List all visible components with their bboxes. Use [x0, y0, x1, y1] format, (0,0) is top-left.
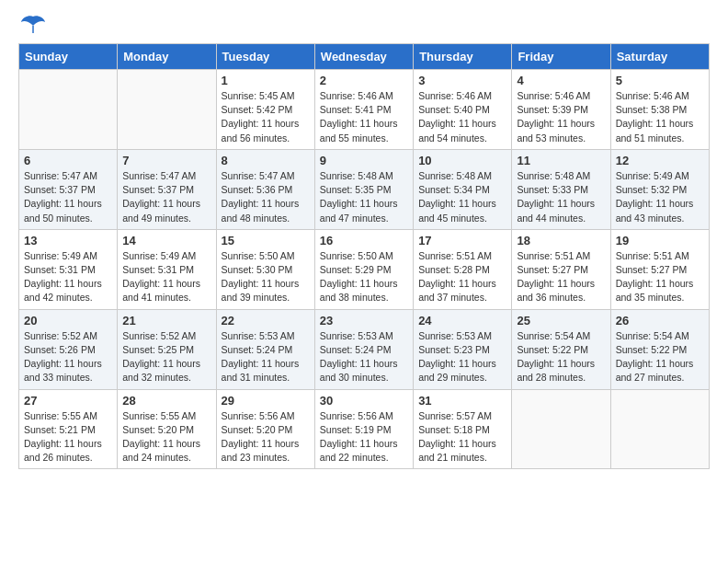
day-cell-15: 15Sunrise: 5:50 AM Sunset: 5:30 PM Dayli… [216, 229, 314, 309]
header-monday: Monday [118, 44, 216, 70]
day-number-7: 7 [122, 154, 210, 167]
day-number-1: 1 [222, 74, 310, 87]
day-number-14: 14 [122, 234, 210, 247]
day-number-3: 3 [418, 74, 506, 87]
day-info-29: Sunrise: 5:56 AM Sunset: 5:20 PM Dayligh… [222, 409, 310, 465]
empty-cell [512, 389, 610, 469]
day-cell-6: 6Sunrise: 5:47 AM Sunset: 5:37 PM Daylig… [19, 149, 118, 229]
day-info-17: Sunrise: 5:51 AM Sunset: 5:28 PM Dayligh… [418, 249, 506, 305]
day-info-7: Sunrise: 5:47 AM Sunset: 5:37 PM Dayligh… [122, 169, 210, 225]
day-cell-12: 12Sunrise: 5:49 AM Sunset: 5:32 PM Dayli… [610, 149, 709, 229]
day-info-10: Sunrise: 5:48 AM Sunset: 5:34 PM Dayligh… [418, 169, 506, 225]
day-number-24: 24 [418, 314, 506, 327]
day-number-26: 26 [616, 314, 704, 327]
day-info-28: Sunrise: 5:55 AM Sunset: 5:20 PM Dayligh… [122, 409, 210, 465]
day-cell-24: 24Sunrise: 5:53 AM Sunset: 5:23 PM Dayli… [414, 309, 512, 389]
day-info-24: Sunrise: 5:53 AM Sunset: 5:23 PM Dayligh… [418, 329, 506, 385]
day-cell-30: 30Sunrise: 5:56 AM Sunset: 5:19 PM Dayli… [314, 389, 413, 469]
header-friday: Friday [512, 44, 610, 70]
day-info-12: Sunrise: 5:49 AM Sunset: 5:32 PM Dayligh… [616, 169, 704, 225]
day-info-23: Sunrise: 5:53 AM Sunset: 5:24 PM Dayligh… [320, 329, 408, 385]
day-info-2: Sunrise: 5:46 AM Sunset: 5:41 PM Dayligh… [320, 89, 408, 145]
day-number-28: 28 [122, 394, 210, 408]
empty-cell [610, 389, 709, 469]
header-sunday: Sunday [19, 44, 118, 70]
day-cell-22: 22Sunrise: 5:53 AM Sunset: 5:24 PM Dayli… [216, 309, 314, 389]
day-number-15: 15 [222, 234, 310, 247]
day-cell-19: 19Sunrise: 5:51 AM Sunset: 5:27 PM Dayli… [610, 229, 709, 309]
day-cell-10: 10Sunrise: 5:48 AM Sunset: 5:34 PM Dayli… [414, 149, 512, 229]
day-cell-8: 8Sunrise: 5:47 AM Sunset: 5:36 PM Daylig… [216, 149, 314, 229]
day-cell-31: 31Sunrise: 5:57 AM Sunset: 5:18 PM Dayli… [414, 389, 512, 469]
day-number-25: 25 [517, 314, 605, 327]
day-info-11: Sunrise: 5:48 AM Sunset: 5:33 PM Dayligh… [517, 169, 605, 225]
day-number-27: 27 [24, 394, 112, 408]
day-info-27: Sunrise: 5:55 AM Sunset: 5:21 PM Dayligh… [24, 409, 112, 465]
day-number-29: 29 [222, 394, 310, 408]
day-cell-9: 9Sunrise: 5:48 AM Sunset: 5:35 PM Daylig… [314, 149, 413, 229]
day-info-5: Sunrise: 5:46 AM Sunset: 5:38 PM Dayligh… [616, 89, 704, 145]
day-cell-26: 26Sunrise: 5:54 AM Sunset: 5:22 PM Dayli… [610, 309, 709, 389]
day-number-30: 30 [320, 394, 408, 408]
day-cell-7: 7Sunrise: 5:47 AM Sunset: 5:37 PM Daylig… [118, 149, 216, 229]
day-cell-17: 17Sunrise: 5:51 AM Sunset: 5:28 PM Dayli… [414, 229, 512, 309]
day-number-13: 13 [24, 234, 112, 247]
calendar-header-row: SundayMondayTuesdayWednesdayThursdayFrid… [19, 44, 710, 70]
day-number-9: 9 [320, 154, 408, 167]
day-cell-18: 18Sunrise: 5:51 AM Sunset: 5:27 PM Dayli… [512, 229, 610, 309]
day-number-11: 11 [517, 154, 605, 167]
day-cell-23: 23Sunrise: 5:53 AM Sunset: 5:24 PM Dayli… [314, 309, 413, 389]
day-number-31: 31 [418, 394, 506, 408]
week-row-0: 1Sunrise: 5:45 AM Sunset: 5:42 PM Daylig… [19, 70, 710, 150]
day-cell-2: 2Sunrise: 5:46 AM Sunset: 5:41 PM Daylig… [314, 70, 413, 150]
day-info-26: Sunrise: 5:54 AM Sunset: 5:22 PM Dayligh… [616, 329, 704, 385]
day-number-17: 17 [418, 234, 506, 247]
day-cell-29: 29Sunrise: 5:56 AM Sunset: 5:20 PM Dayli… [216, 389, 314, 469]
day-number-12: 12 [616, 154, 704, 167]
day-number-2: 2 [320, 74, 408, 87]
day-info-9: Sunrise: 5:48 AM Sunset: 5:35 PM Dayligh… [320, 169, 408, 225]
day-cell-16: 16Sunrise: 5:50 AM Sunset: 5:29 PM Dayli… [314, 229, 413, 309]
logo-bird-icon [20, 15, 46, 35]
day-number-20: 20 [24, 314, 112, 327]
day-info-20: Sunrise: 5:52 AM Sunset: 5:26 PM Dayligh… [24, 329, 112, 385]
day-info-1: Sunrise: 5:45 AM Sunset: 5:42 PM Dayligh… [222, 89, 310, 145]
day-number-8: 8 [222, 154, 310, 167]
day-cell-14: 14Sunrise: 5:49 AM Sunset: 5:31 PM Dayli… [118, 229, 216, 309]
day-info-25: Sunrise: 5:54 AM Sunset: 5:22 PM Dayligh… [517, 329, 605, 385]
day-cell-20: 20Sunrise: 5:52 AM Sunset: 5:26 PM Dayli… [19, 309, 118, 389]
day-info-18: Sunrise: 5:51 AM Sunset: 5:27 PM Dayligh… [517, 249, 605, 305]
day-cell-21: 21Sunrise: 5:52 AM Sunset: 5:25 PM Dayli… [118, 309, 216, 389]
header-tuesday: Tuesday [216, 44, 314, 70]
header-wednesday: Wednesday [314, 44, 413, 70]
day-cell-27: 27Sunrise: 5:55 AM Sunset: 5:21 PM Dayli… [19, 389, 118, 469]
day-cell-13: 13Sunrise: 5:49 AM Sunset: 5:31 PM Dayli… [19, 229, 118, 309]
day-cell-4: 4Sunrise: 5:46 AM Sunset: 5:39 PM Daylig… [512, 70, 610, 150]
day-number-21: 21 [122, 314, 210, 327]
day-number-4: 4 [517, 74, 605, 87]
day-cell-11: 11Sunrise: 5:48 AM Sunset: 5:33 PM Dayli… [512, 149, 610, 229]
day-info-13: Sunrise: 5:49 AM Sunset: 5:31 PM Dayligh… [24, 249, 112, 305]
day-info-30: Sunrise: 5:56 AM Sunset: 5:19 PM Dayligh… [320, 409, 408, 465]
page-header [18, 18, 710, 29]
day-info-16: Sunrise: 5:50 AM Sunset: 5:29 PM Dayligh… [320, 249, 408, 305]
day-info-6: Sunrise: 5:47 AM Sunset: 5:37 PM Dayligh… [24, 169, 112, 225]
day-number-16: 16 [320, 234, 408, 247]
day-info-8: Sunrise: 5:47 AM Sunset: 5:36 PM Dayligh… [222, 169, 310, 225]
week-row-2: 13Sunrise: 5:49 AM Sunset: 5:31 PM Dayli… [19, 229, 710, 309]
day-info-3: Sunrise: 5:46 AM Sunset: 5:40 PM Dayligh… [418, 89, 506, 145]
day-cell-1: 1Sunrise: 5:45 AM Sunset: 5:42 PM Daylig… [216, 70, 314, 150]
day-number-6: 6 [24, 154, 112, 167]
header-saturday: Saturday [610, 44, 709, 70]
day-info-4: Sunrise: 5:46 AM Sunset: 5:39 PM Dayligh… [517, 89, 605, 145]
logo [18, 18, 46, 29]
calendar-table: SundayMondayTuesdayWednesdayThursdayFrid… [18, 43, 710, 469]
week-row-3: 20Sunrise: 5:52 AM Sunset: 5:26 PM Dayli… [19, 309, 710, 389]
day-info-22: Sunrise: 5:53 AM Sunset: 5:24 PM Dayligh… [222, 329, 310, 385]
day-number-10: 10 [418, 154, 506, 167]
day-number-22: 22 [222, 314, 310, 327]
week-row-4: 27Sunrise: 5:55 AM Sunset: 5:21 PM Dayli… [19, 389, 710, 469]
header-thursday: Thursday [414, 44, 512, 70]
day-info-14: Sunrise: 5:49 AM Sunset: 5:31 PM Dayligh… [122, 249, 210, 305]
day-number-5: 5 [616, 74, 704, 87]
